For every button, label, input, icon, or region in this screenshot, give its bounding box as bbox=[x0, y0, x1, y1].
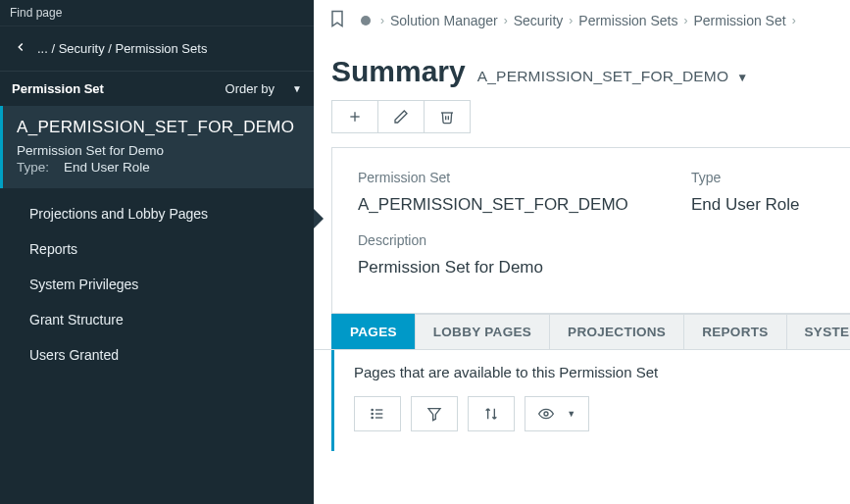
field-permission-set: Permission Set A_PERMISSION_SET_FOR_DEMO bbox=[358, 170, 632, 215]
breadcrumb-security[interactable]: Security bbox=[514, 13, 564, 28]
action-toolbar bbox=[314, 92, 850, 147]
tabs-bar: PAGES LOBBY PAGES PROJECTIONS REPORTS SY… bbox=[314, 314, 850, 350]
field-type: Type End User Role bbox=[691, 170, 850, 215]
chevron-right-icon: › bbox=[380, 14, 384, 27]
bookmark-icon[interactable] bbox=[327, 8, 347, 32]
chevron-right-icon: › bbox=[569, 14, 573, 27]
page-title: Summary bbox=[331, 55, 466, 88]
field-value: A_PERMISSION_SET_FOR_DEMO bbox=[358, 195, 632, 215]
card-type-value: End User Role bbox=[64, 160, 150, 175]
tab-pages[interactable]: PAGES bbox=[331, 314, 416, 349]
tab-toolbar: ▼ bbox=[354, 396, 830, 431]
detail-card: Permission Set A_PERMISSION_SET_FOR_DEMO… bbox=[331, 147, 850, 314]
nav-item-projections-lobby[interactable]: Projections and Lobby Pages bbox=[0, 196, 314, 231]
breadcrumb-solution-manager[interactable]: Solution Manager bbox=[390, 13, 498, 28]
chevron-right-icon: › bbox=[792, 14, 796, 27]
top-breadcrumb: › Solution Manager › Security › Permissi… bbox=[314, 0, 850, 41]
filter-button[interactable] bbox=[411, 396, 458, 431]
nav-item-reports[interactable]: Reports bbox=[0, 231, 314, 267]
field-label: Description bbox=[358, 232, 632, 248]
entity-name: A_PERMISSION_SET_FOR_DEMO bbox=[477, 68, 729, 84]
order-by-label: Order by bbox=[225, 81, 275, 96]
caret-down-icon: ▼ bbox=[736, 71, 748, 84]
entity-dropdown[interactable]: A_PERMISSION_SET_FOR_DEMO ▼ bbox=[477, 68, 748, 85]
sort-button[interactable] bbox=[468, 396, 515, 431]
nav-item-system-privileges[interactable]: System Privileges bbox=[0, 267, 314, 302]
nav-item-users-granted[interactable]: Users Granted bbox=[0, 337, 314, 373]
chevron-right-icon: › bbox=[504, 14, 508, 27]
sidebar-breadcrumb-row: ... / Security / Permission Sets bbox=[0, 26, 314, 72]
caret-down-icon: ▼ bbox=[567, 409, 575, 419]
sidebar-list-header: Permission Set Order by ▼ bbox=[0, 72, 314, 106]
svg-point-9 bbox=[544, 412, 548, 416]
tab-lobby-pages[interactable]: LOBBY PAGES bbox=[415, 314, 550, 349]
field-label: Permission Set bbox=[358, 170, 632, 185]
back-chevron-icon[interactable] bbox=[14, 40, 27, 57]
field-value: Permission Set for Demo bbox=[358, 258, 632, 277]
nav-item-grant-structure[interactable]: Grant Structure bbox=[0, 302, 314, 337]
card-subtitle: Permission Set for Demo bbox=[17, 143, 300, 158]
field-description: Description Permission Set for Demo bbox=[358, 232, 632, 277]
svg-marker-8 bbox=[428, 409, 440, 421]
edit-button[interactable] bbox=[377, 100, 425, 133]
list-title: Permission Set bbox=[12, 81, 104, 96]
active-card-pointer-icon bbox=[314, 209, 324, 228]
breadcrumb-dot-icon bbox=[361, 16, 371, 25]
add-button[interactable] bbox=[331, 100, 378, 133]
page-heading-row: Summary A_PERMISSION_SET_FOR_DEMO ▼ bbox=[314, 41, 850, 92]
permission-set-card[interactable]: A_PERMISSION_SET_FOR_DEMO Permission Set… bbox=[0, 106, 314, 188]
svg-point-3 bbox=[372, 413, 373, 414]
delete-button[interactable] bbox=[424, 100, 471, 133]
tab-projections[interactable]: PROJECTIONS bbox=[549, 314, 684, 349]
field-label: Type bbox=[691, 170, 850, 185]
breadcrumb-permission-set[interactable]: Permission Set bbox=[693, 13, 785, 28]
card-type-label: Type: bbox=[17, 160, 49, 175]
list-view-button[interactable] bbox=[354, 396, 401, 431]
field-value: End User Role bbox=[691, 195, 850, 215]
main-panel: › Solution Manager › Security › Permissi… bbox=[314, 0, 850, 504]
sidebar-nav: Projections and Lobby Pages Reports Syst… bbox=[0, 188, 314, 380]
tab-reports[interactable]: REPORTS bbox=[683, 314, 786, 349]
chevron-right-icon: › bbox=[683, 14, 687, 27]
tab-system-privileges[interactable]: SYSTEM PRIVI bbox=[786, 314, 850, 349]
find-page-link[interactable]: Find page bbox=[0, 0, 314, 26]
svg-point-2 bbox=[372, 409, 373, 410]
visibility-dropdown-button[interactable]: ▼ bbox=[525, 396, 589, 431]
tab-body: Pages that are available to this Permiss… bbox=[331, 350, 850, 451]
sidebar: Find page ... / Security / Permission Se… bbox=[0, 0, 314, 504]
order-by-dropdown[interactable]: Order by ▼ bbox=[225, 81, 302, 96]
tab-description: Pages that are available to this Permiss… bbox=[354, 364, 830, 380]
card-title: A_PERMISSION_SET_FOR_DEMO bbox=[17, 118, 300, 137]
card-type-row: Type: End User Role bbox=[17, 160, 300, 175]
svg-point-4 bbox=[372, 417, 373, 418]
caret-down-icon: ▼ bbox=[292, 83, 302, 94]
breadcrumb-permission-sets[interactable]: Permission Sets bbox=[578, 13, 677, 28]
sidebar-breadcrumb-text[interactable]: ... / Security / Permission Sets bbox=[37, 41, 207, 56]
